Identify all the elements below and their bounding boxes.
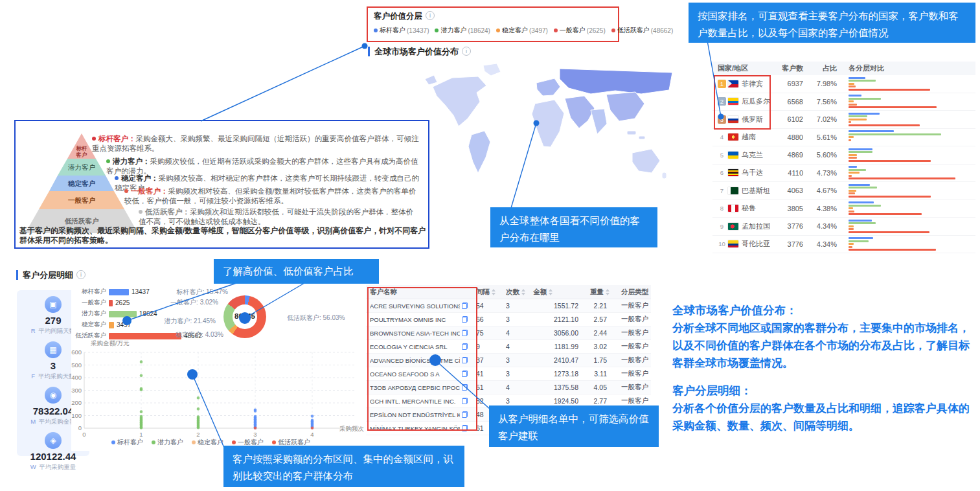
copy-icon[interactable]	[462, 425, 468, 431]
scatter-point[interactable]	[197, 396, 200, 400]
legend-dot-icon	[435, 29, 439, 32]
copy-icon[interactable]	[462, 303, 468, 309]
value-legend-title-text: 客户价值分层	[374, 12, 422, 21]
scatter-point[interactable]	[311, 415, 314, 418]
legend-item[interactable]: 低活跃客户(48662)	[611, 26, 673, 35]
legend-item[interactable]: 稳定客户(3497)	[496, 26, 548, 35]
customer-row: POULTRYMAX OMNIS INC6632121.102.57一般客户	[366, 313, 651, 326]
customer-weight: 2.77	[584, 397, 612, 405]
legend-item[interactable]: 一般客户(2625)	[554, 26, 606, 35]
legend-item[interactable]: 潜力客户(18624)	[435, 26, 490, 35]
copy-icon[interactable]	[462, 371, 468, 377]
scatter-point[interactable]	[254, 409, 257, 413]
x-tick-label: 1	[139, 431, 142, 438]
x-axis-title: 采购频次	[339, 425, 365, 432]
country-pct: 7.56%	[810, 98, 843, 106]
scatter-legend-item[interactable]: 稳定客户	[192, 438, 223, 447]
flag-icon-ua	[728, 152, 738, 159]
tier-bar	[849, 154, 857, 156]
scatter-point[interactable]	[140, 388, 143, 391]
customer-header-3[interactable]: 金额	[527, 288, 584, 297]
tier-bar	[849, 184, 870, 186]
copy-icon[interactable]	[462, 343, 468, 350]
scatter-point[interactable]	[197, 407, 200, 411]
customer-header-4[interactable]: 重量	[584, 288, 612, 297]
country-header-name[interactable]: 国家/地区	[718, 63, 777, 73]
country-tier-bars	[843, 94, 975, 109]
tier-bar	[849, 190, 856, 192]
bar-segment[interactable]	[109, 311, 137, 317]
customer-header-1[interactable]: 间隔	[470, 288, 499, 297]
bar-segment[interactable]	[109, 322, 114, 328]
customer-header-label: 金额	[533, 288, 547, 297]
customer-weight: 4.05	[584, 383, 612, 391]
country-pct: 4.34%	[810, 240, 843, 248]
customer-amount: 2410.47	[527, 356, 584, 364]
copy-icon[interactable]	[462, 357, 468, 363]
country-header-count[interactable]: 客户数	[777, 63, 810, 73]
tier-bar	[849, 157, 857, 159]
customer-name-cell[interactable]: ACRE SURVEYING SOLUTIONS PERU S A C AC	[366, 303, 470, 310]
country-name: 越南	[742, 132, 756, 142]
scatter-point[interactable]	[140, 374, 143, 377]
flag-icon-pk	[728, 187, 738, 194]
bar-segment[interactable]	[109, 333, 181, 339]
legend-count: (13437)	[407, 27, 429, 34]
customer-tier-type: 一般客户	[612, 342, 651, 351]
scatter-legend-label: 标杆客户	[117, 438, 143, 447]
detail-section-title: 客户分层明细	[16, 270, 85, 280]
customer-name-cell[interactable]: OCEANO SEAFOOD S A	[366, 371, 470, 378]
scatter-point[interactable]	[140, 410, 143, 413]
country-header-pct[interactable]: 占比	[810, 63, 843, 73]
customer-times: 3	[499, 315, 527, 323]
flag-icon-ph	[728, 80, 738, 87]
scatter-point[interactable]	[311, 427, 314, 430]
customer-name: EPSİLON NDT ENDÜSTRİYEL KONTROL SİSTEMLE…	[370, 411, 460, 418]
bar-segment[interactable]	[109, 289, 129, 295]
country-tier-bars	[843, 218, 975, 234]
bullet-icon	[106, 159, 110, 163]
info-icon[interactable]	[76, 270, 85, 279]
tier-bar	[849, 249, 936, 251]
customer-name-cell[interactable]: POULTRYMAX OMNIS INC	[366, 316, 470, 323]
rank-badge: 6	[718, 168, 726, 177]
legend-item[interactable]: 标杆客户(13437)	[374, 26, 429, 35]
copy-icon[interactable]	[462, 411, 468, 418]
sort-icon[interactable]	[549, 289, 553, 295]
sort-icon[interactable]	[521, 289, 525, 295]
sort-icon[interactable]	[606, 289, 610, 295]
copy-icon[interactable]	[462, 330, 468, 336]
scatter-point[interactable]	[140, 360, 143, 363]
scatter-legend-item[interactable]: 潜力客户	[152, 438, 183, 447]
customer-name-cell[interactable]: EPSİLON NDT ENDÜSTRİYEL KONTROL SİSTEMLE…	[366, 411, 470, 418]
customer-name-cell[interactable]: BROWNSTONE ASIA-TECH INC.	[366, 330, 470, 337]
country-name: 巴基斯坦	[742, 186, 770, 196]
customer-name-cell[interactable]: ТЗОВ АКРОБУД СЕРВІС ПРОСП ПЕРЕМОГИ 91	[366, 384, 470, 391]
customer-name-cell[interactable]: ECOLOGIA Y CIENCIA SRL	[366, 343, 470, 350]
scatter-legend-item[interactable]: 标杆客户	[111, 438, 143, 447]
bar-segment[interactable]	[109, 300, 113, 306]
customer-name-cell[interactable]: ADVANCED BİONİCS İŞİTME CİHAZLARI TİCARE…	[366, 357, 470, 364]
tier-bar	[849, 243, 854, 245]
copy-icon[interactable]	[462, 316, 468, 323]
scatter-point[interactable]	[254, 427, 257, 430]
tier-bar	[849, 106, 937, 108]
sort-icon[interactable]	[492, 289, 496, 295]
customer-name-cell[interactable]: MİNİMAX TURKEY YANGIN SÖNDÜRME SANAYİ VE…	[366, 425, 470, 432]
copy-icon[interactable]	[462, 384, 468, 391]
flag-icon-ec	[728, 98, 738, 105]
scatter-point[interactable]	[197, 426, 200, 429]
country-count: 4880	[777, 133, 810, 141]
customer-header-2[interactable]: 次数	[499, 288, 527, 297]
legend-dot-icon	[111, 440, 115, 444]
info-icon[interactable]	[462, 47, 471, 56]
copy-icon[interactable]	[462, 398, 468, 404]
scatter-point[interactable]	[140, 426, 143, 429]
tier-bar	[849, 77, 865, 79]
info-icon[interactable]	[426, 11, 435, 20]
customer-name-cell[interactable]: GCH INTL. MERCANTILE INC.	[366, 398, 470, 405]
pyramid-tier5-label: 低活跃客户	[64, 217, 99, 225]
scatter-legend-label: 潜力客户	[157, 438, 183, 447]
sort-asc-icon	[606, 289, 610, 291]
bar-row: 标杆客户13437	[74, 288, 150, 295]
